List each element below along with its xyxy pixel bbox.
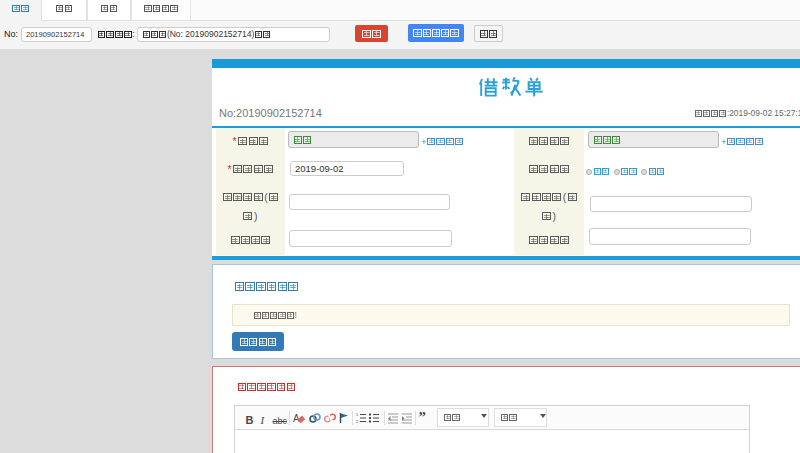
- svg-text:2: 2: [356, 419, 359, 424]
- svg-text:1: 1: [356, 412, 359, 417]
